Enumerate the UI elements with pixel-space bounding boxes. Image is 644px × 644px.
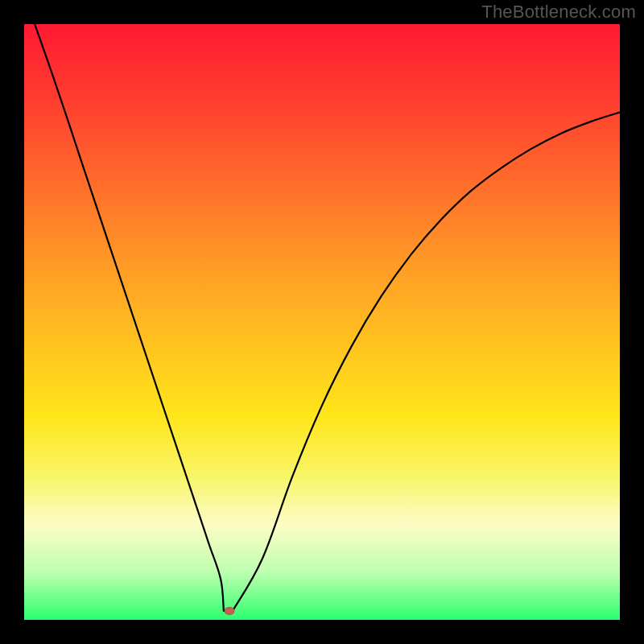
chart-vertex-marker: [225, 607, 235, 615]
watermark-text: TheBottleneck.com: [481, 2, 636, 23]
canvas: TheBottleneck.com: [0, 0, 644, 644]
chart-plot-area: [24, 24, 620, 620]
chart-curve: [24, 24, 620, 620]
